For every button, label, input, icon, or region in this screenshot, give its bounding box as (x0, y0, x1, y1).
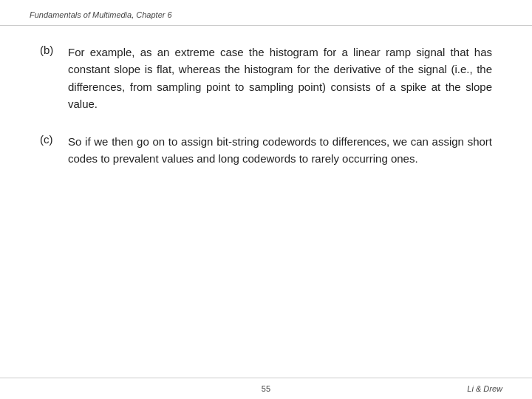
paragraph-c: (c) So if we then go on to assign bit-st… (40, 133, 492, 168)
header-title: Fundamentals of Multimedia, Chapter 6 (30, 10, 172, 19)
footer: 55 Li & Drew (0, 378, 532, 399)
header: Fundamentals of Multimedia, Chapter 6 (0, 0, 532, 26)
paragraph-c-label: (c) (40, 133, 68, 168)
paragraph-c-text: So if we then go on to assign bit-string… (68, 133, 492, 168)
paragraph-b: (b) For example, as an extreme case the … (40, 44, 492, 112)
paragraph-b-label: (b) (40, 44, 68, 112)
page-container: Fundamentals of Multimedia, Chapter 6 (b… (0, 0, 532, 399)
paragraph-b-text: For example, as an extreme case the hist… (68, 44, 492, 112)
main-content: (b) For example, as an extreme case the … (0, 26, 532, 378)
footer-page-number: 55 (187, 384, 344, 393)
footer-author: Li & Drew (345, 384, 502, 393)
